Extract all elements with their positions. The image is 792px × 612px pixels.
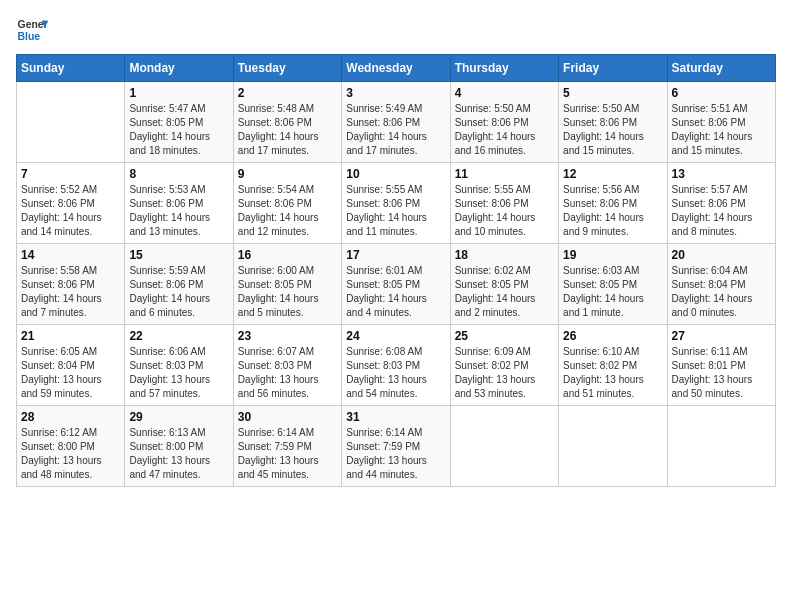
day-number: 28 (21, 410, 120, 424)
day-number: 20 (672, 248, 771, 262)
calendar-cell: 11Sunrise: 5:55 AM Sunset: 8:06 PM Dayli… (450, 163, 558, 244)
day-info: Sunrise: 6:12 AM Sunset: 8:00 PM Dayligh… (21, 426, 120, 482)
day-number: 7 (21, 167, 120, 181)
day-info: Sunrise: 5:47 AM Sunset: 8:05 PM Dayligh… (129, 102, 228, 158)
day-info: Sunrise: 6:14 AM Sunset: 7:59 PM Dayligh… (346, 426, 445, 482)
day-info: Sunrise: 6:08 AM Sunset: 8:03 PM Dayligh… (346, 345, 445, 401)
calendar-cell: 18Sunrise: 6:02 AM Sunset: 8:05 PM Dayli… (450, 244, 558, 325)
calendar-cell: 23Sunrise: 6:07 AM Sunset: 8:03 PM Dayli… (233, 325, 341, 406)
calendar-week-row: 1Sunrise: 5:47 AM Sunset: 8:05 PM Daylig… (17, 82, 776, 163)
calendar-cell: 29Sunrise: 6:13 AM Sunset: 8:00 PM Dayli… (125, 406, 233, 487)
day-info: Sunrise: 5:48 AM Sunset: 8:06 PM Dayligh… (238, 102, 337, 158)
calendar-cell (559, 406, 667, 487)
header-row: SundayMondayTuesdayWednesdayThursdayFrid… (17, 55, 776, 82)
day-info: Sunrise: 6:06 AM Sunset: 8:03 PM Dayligh… (129, 345, 228, 401)
day-number: 9 (238, 167, 337, 181)
calendar-cell: 4Sunrise: 5:50 AM Sunset: 8:06 PM Daylig… (450, 82, 558, 163)
day-number: 14 (21, 248, 120, 262)
day-number: 12 (563, 167, 662, 181)
day-number: 31 (346, 410, 445, 424)
logo-icon: General Blue (16, 16, 48, 44)
day-info: Sunrise: 6:04 AM Sunset: 8:04 PM Dayligh… (672, 264, 771, 320)
day-info: Sunrise: 6:07 AM Sunset: 8:03 PM Dayligh… (238, 345, 337, 401)
day-number: 25 (455, 329, 554, 343)
day-info: Sunrise: 5:55 AM Sunset: 8:06 PM Dayligh… (455, 183, 554, 239)
header-day: Thursday (450, 55, 558, 82)
day-number: 29 (129, 410, 228, 424)
calendar-body: 1Sunrise: 5:47 AM Sunset: 8:05 PM Daylig… (17, 82, 776, 487)
calendar-cell: 2Sunrise: 5:48 AM Sunset: 8:06 PM Daylig… (233, 82, 341, 163)
logo: General Blue (16, 16, 48, 44)
calendar-cell: 9Sunrise: 5:54 AM Sunset: 8:06 PM Daylig… (233, 163, 341, 244)
day-info: Sunrise: 5:53 AM Sunset: 8:06 PM Dayligh… (129, 183, 228, 239)
calendar-cell: 7Sunrise: 5:52 AM Sunset: 8:06 PM Daylig… (17, 163, 125, 244)
day-info: Sunrise: 5:52 AM Sunset: 8:06 PM Dayligh… (21, 183, 120, 239)
header-day: Tuesday (233, 55, 341, 82)
calendar-cell: 10Sunrise: 5:55 AM Sunset: 8:06 PM Dayli… (342, 163, 450, 244)
day-info: Sunrise: 6:10 AM Sunset: 8:02 PM Dayligh… (563, 345, 662, 401)
calendar-cell: 16Sunrise: 6:00 AM Sunset: 8:05 PM Dayli… (233, 244, 341, 325)
day-number: 17 (346, 248, 445, 262)
calendar-cell: 30Sunrise: 6:14 AM Sunset: 7:59 PM Dayli… (233, 406, 341, 487)
calendar-cell (450, 406, 558, 487)
day-number: 11 (455, 167, 554, 181)
day-number: 3 (346, 86, 445, 100)
calendar-header: SundayMondayTuesdayWednesdayThursdayFrid… (17, 55, 776, 82)
header-day: Wednesday (342, 55, 450, 82)
calendar-cell: 6Sunrise: 5:51 AM Sunset: 8:06 PM Daylig… (667, 82, 775, 163)
day-info: Sunrise: 6:03 AM Sunset: 8:05 PM Dayligh… (563, 264, 662, 320)
day-number: 15 (129, 248, 228, 262)
calendar-cell: 28Sunrise: 6:12 AM Sunset: 8:00 PM Dayli… (17, 406, 125, 487)
day-number: 10 (346, 167, 445, 181)
day-info: Sunrise: 6:11 AM Sunset: 8:01 PM Dayligh… (672, 345, 771, 401)
calendar-cell: 24Sunrise: 6:08 AM Sunset: 8:03 PM Dayli… (342, 325, 450, 406)
day-number: 21 (21, 329, 120, 343)
calendar-cell (17, 82, 125, 163)
day-info: Sunrise: 5:50 AM Sunset: 8:06 PM Dayligh… (455, 102, 554, 158)
day-info: Sunrise: 6:00 AM Sunset: 8:05 PM Dayligh… (238, 264, 337, 320)
day-info: Sunrise: 6:09 AM Sunset: 8:02 PM Dayligh… (455, 345, 554, 401)
calendar-week-row: 28Sunrise: 6:12 AM Sunset: 8:00 PM Dayli… (17, 406, 776, 487)
day-number: 27 (672, 329, 771, 343)
header-day: Saturday (667, 55, 775, 82)
day-number: 6 (672, 86, 771, 100)
svg-text:Blue: Blue (18, 31, 41, 42)
day-number: 22 (129, 329, 228, 343)
day-info: Sunrise: 6:14 AM Sunset: 7:59 PM Dayligh… (238, 426, 337, 482)
calendar-cell: 25Sunrise: 6:09 AM Sunset: 8:02 PM Dayli… (450, 325, 558, 406)
day-number: 2 (238, 86, 337, 100)
day-number: 5 (563, 86, 662, 100)
calendar-week-row: 7Sunrise: 5:52 AM Sunset: 8:06 PM Daylig… (17, 163, 776, 244)
calendar-cell: 19Sunrise: 6:03 AM Sunset: 8:05 PM Dayli… (559, 244, 667, 325)
day-number: 18 (455, 248, 554, 262)
day-number: 30 (238, 410, 337, 424)
day-number: 13 (672, 167, 771, 181)
day-info: Sunrise: 6:02 AM Sunset: 8:05 PM Dayligh… (455, 264, 554, 320)
calendar-cell: 22Sunrise: 6:06 AM Sunset: 8:03 PM Dayli… (125, 325, 233, 406)
calendar-cell: 13Sunrise: 5:57 AM Sunset: 8:06 PM Dayli… (667, 163, 775, 244)
day-info: Sunrise: 5:55 AM Sunset: 8:06 PM Dayligh… (346, 183, 445, 239)
day-number: 26 (563, 329, 662, 343)
calendar-cell: 26Sunrise: 6:10 AM Sunset: 8:02 PM Dayli… (559, 325, 667, 406)
day-number: 19 (563, 248, 662, 262)
calendar-cell: 1Sunrise: 5:47 AM Sunset: 8:05 PM Daylig… (125, 82, 233, 163)
calendar-week-row: 14Sunrise: 5:58 AM Sunset: 8:06 PM Dayli… (17, 244, 776, 325)
day-info: Sunrise: 5:57 AM Sunset: 8:06 PM Dayligh… (672, 183, 771, 239)
header-day: Monday (125, 55, 233, 82)
day-info: Sunrise: 5:49 AM Sunset: 8:06 PM Dayligh… (346, 102, 445, 158)
day-info: Sunrise: 5:58 AM Sunset: 8:06 PM Dayligh… (21, 264, 120, 320)
calendar-cell: 31Sunrise: 6:14 AM Sunset: 7:59 PM Dayli… (342, 406, 450, 487)
day-number: 16 (238, 248, 337, 262)
day-info: Sunrise: 5:54 AM Sunset: 8:06 PM Dayligh… (238, 183, 337, 239)
calendar-cell: 15Sunrise: 5:59 AM Sunset: 8:06 PM Dayli… (125, 244, 233, 325)
day-number: 23 (238, 329, 337, 343)
day-number: 8 (129, 167, 228, 181)
day-number: 1 (129, 86, 228, 100)
calendar-cell: 14Sunrise: 5:58 AM Sunset: 8:06 PM Dayli… (17, 244, 125, 325)
header: General Blue (16, 16, 776, 44)
header-day: Sunday (17, 55, 125, 82)
day-number: 4 (455, 86, 554, 100)
calendar-cell: 20Sunrise: 6:04 AM Sunset: 8:04 PM Dayli… (667, 244, 775, 325)
header-day: Friday (559, 55, 667, 82)
calendar-cell: 27Sunrise: 6:11 AM Sunset: 8:01 PM Dayli… (667, 325, 775, 406)
